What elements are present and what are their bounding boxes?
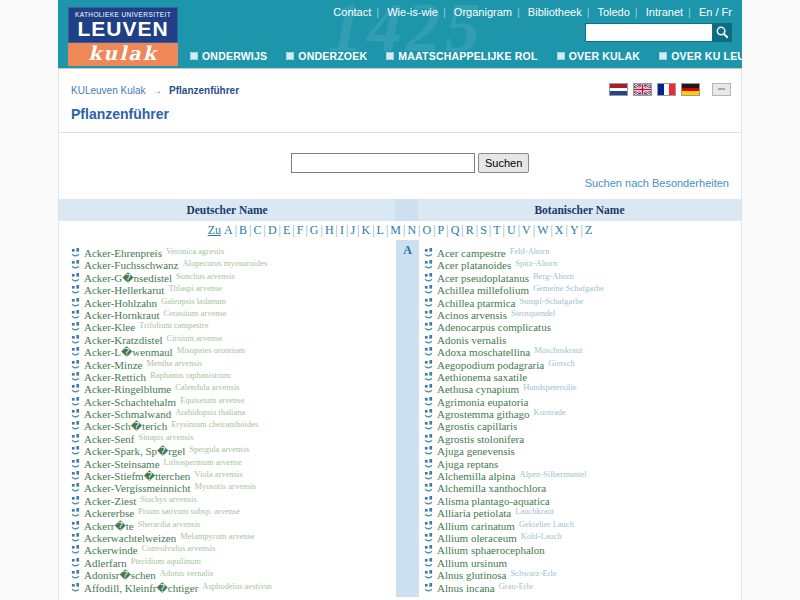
alphabet-separator: | bbox=[461, 223, 463, 237]
alphabet-separator: | bbox=[305, 223, 307, 237]
alphabet-letter-link[interactable]: V bbox=[522, 223, 531, 237]
plant-row: Allium oleraceumKohl-Lauch bbox=[424, 530, 734, 542]
alphabet-letter-link[interactable]: F bbox=[297, 223, 304, 237]
table-header: Deutscher Name Botanischer Name bbox=[59, 199, 741, 221]
topnav-separator: | bbox=[376, 6, 379, 18]
plant-row: Agrostemma githagoKornrade bbox=[424, 406, 734, 418]
botanical-name-header: Botanischer Name bbox=[418, 199, 741, 221]
alphabet-letter-link[interactable]: L bbox=[377, 223, 384, 237]
mainnav-link[interactable]: ONDERWIJS bbox=[190, 50, 267, 62]
flag-blank-icon[interactable] bbox=[712, 83, 731, 96]
suchen-button[interactable]: Suchen bbox=[478, 153, 529, 173]
plant-icon bbox=[71, 359, 80, 369]
topnav-separator: | bbox=[688, 6, 691, 18]
alphabet-letter-link[interactable]: N bbox=[407, 223, 416, 237]
plant-icon bbox=[424, 420, 433, 430]
advanced-search-link[interactable]: Suchen nach Besonderheiten bbox=[585, 177, 729, 189]
plant-subname: Sherardia arvensis bbox=[138, 519, 201, 529]
plant-subname: Pisum sativum subsp. arvense bbox=[138, 506, 240, 516]
plant-search-input[interactable] bbox=[291, 153, 475, 173]
alphabet-letter-link[interactable]: B bbox=[239, 223, 247, 237]
alphabet-letter-link[interactable]: M bbox=[390, 223, 401, 237]
alphabet-letter-link[interactable]: X bbox=[555, 223, 564, 237]
alphabet-letter-link[interactable]: O bbox=[422, 223, 431, 237]
alphabet-letter-link[interactable]: W bbox=[537, 223, 548, 237]
mainnav-link[interactable]: OVER KULAK bbox=[557, 50, 640, 62]
plant-subname: Steinquendel bbox=[511, 308, 555, 318]
plant-icon bbox=[424, 557, 433, 567]
plant-icon bbox=[424, 520, 433, 530]
alphabet-letter-link[interactable]: Y bbox=[570, 223, 579, 237]
plant-subname: Viola arvensis bbox=[194, 469, 242, 479]
alphabet-letter-link[interactable]: I bbox=[340, 223, 344, 237]
plant-icon bbox=[424, 544, 433, 554]
plant-row: Acker-HohlzahnGaleopsis ladanum bbox=[71, 295, 393, 307]
alphabet-separator: | bbox=[235, 223, 237, 237]
flag-de-icon[interactable] bbox=[681, 83, 700, 96]
plant-icon bbox=[71, 520, 80, 530]
plant-icon bbox=[71, 371, 80, 381]
alphabet-letter-link[interactable]: H bbox=[325, 223, 334, 237]
topnav-separator: | bbox=[443, 6, 446, 18]
alphabet-letter-link[interactable]: G bbox=[310, 223, 319, 237]
plant-link[interactable]: Affodill, Kleinfr�chtigerAsphodelus aest… bbox=[71, 580, 272, 594]
topnav-item: Organigram| bbox=[454, 6, 525, 18]
alphabet-separator: | bbox=[264, 223, 266, 237]
alphabet-letter-link[interactable]: C bbox=[253, 223, 261, 237]
alphabet-letter-link[interactable]: A bbox=[224, 223, 233, 237]
topnav-link[interactable]: Intranet bbox=[646, 6, 683, 18]
header-band: 1425 KATHOLIEKE UNIVERSITEIT LEUVEN kula… bbox=[58, 0, 742, 69]
topnav-link[interactable]: En / Fr bbox=[699, 6, 732, 18]
flag-en-icon[interactable] bbox=[633, 83, 652, 96]
topnav-link[interactable]: Bibliotheek bbox=[528, 6, 582, 18]
kuleuven-logo[interactable]: KATHOLIEKE UNIVERSITEIT LEUVEN kulak bbox=[68, 7, 178, 66]
alphabet-letter-link[interactable]: Z bbox=[585, 223, 592, 237]
plant-icon bbox=[71, 309, 80, 319]
topnav-link[interactable]: Contact bbox=[333, 6, 371, 18]
plant-subname: Myosotis arvensis bbox=[195, 481, 257, 491]
topnav-link[interactable]: Wie-is-wie bbox=[387, 6, 438, 18]
alphabet-letter-link[interactable]: J bbox=[350, 223, 355, 237]
mainnav-link[interactable]: ONDERZOEK bbox=[286, 50, 367, 62]
flag-nl-icon[interactable] bbox=[609, 83, 628, 96]
alphabet-separator: | bbox=[433, 223, 435, 237]
square-bullet-icon bbox=[286, 52, 294, 60]
plant-icon bbox=[424, 359, 433, 369]
mainnav-link[interactable]: MAATSCHAPPELIJKE ROL bbox=[386, 50, 537, 62]
alphabet-separator: | bbox=[372, 223, 374, 237]
alphabet-prefix-link[interactable]: Zu bbox=[208, 223, 221, 237]
breadcrumb-home-link[interactable]: KULeuven Kulak bbox=[71, 85, 146, 96]
plant-row: Aethionema saxatile bbox=[424, 369, 734, 381]
alphabet-letter-link[interactable]: D bbox=[268, 223, 277, 237]
alphabet-letter-link[interactable]: U bbox=[507, 223, 516, 237]
alphabet-letter-link[interactable]: T bbox=[493, 223, 500, 237]
alphabet-item: Y| bbox=[570, 223, 585, 237]
header-search-input[interactable] bbox=[585, 23, 713, 42]
topnav-link[interactable]: Organigram bbox=[454, 6, 512, 18]
plant-icon bbox=[71, 544, 80, 554]
plant-icon bbox=[424, 284, 433, 294]
topnav-link[interactable]: Toledo bbox=[597, 6, 629, 18]
alphabet-letter-link[interactable]: E bbox=[283, 223, 290, 237]
alphabet-letter-link[interactable]: R bbox=[466, 223, 474, 237]
alphabet-letter-link[interactable]: S bbox=[480, 223, 487, 237]
plant-row: Acker-ZiestStachys arvensis bbox=[71, 493, 393, 505]
plant-icon bbox=[424, 321, 433, 331]
plant-icon bbox=[424, 272, 433, 282]
mainnav-link[interactable]: OVER KU LEUVEN bbox=[659, 50, 742, 62]
alphabet-item: V| bbox=[522, 223, 537, 237]
header-search-button[interactable] bbox=[713, 23, 732, 42]
alphabet-item: F| bbox=[297, 223, 310, 237]
alphabet-letter-link[interactable]: P bbox=[438, 223, 445, 237]
alphabet-letter-link[interactable]: K bbox=[361, 223, 370, 237]
plant-row: AckererbsePisum sativum subsp. arvense bbox=[71, 505, 393, 517]
plant-icon bbox=[424, 433, 433, 443]
flag-fr-icon[interactable] bbox=[657, 83, 676, 96]
alphabet-letter-link[interactable]: Q bbox=[451, 223, 460, 237]
german-name-list: Acker-EhrenpreisVeronica agrestis Acker-… bbox=[71, 245, 393, 592]
topnav-item: En / Fr| bbox=[699, 6, 732, 18]
plant-link[interactable]: Alnus incanaGrau-Erle bbox=[424, 580, 533, 594]
content-area: KULeuven Kulak → Pflanzenführer Pflanzen… bbox=[58, 69, 742, 600]
plant-icon bbox=[71, 445, 80, 455]
alphabet-item: R| bbox=[466, 223, 480, 237]
